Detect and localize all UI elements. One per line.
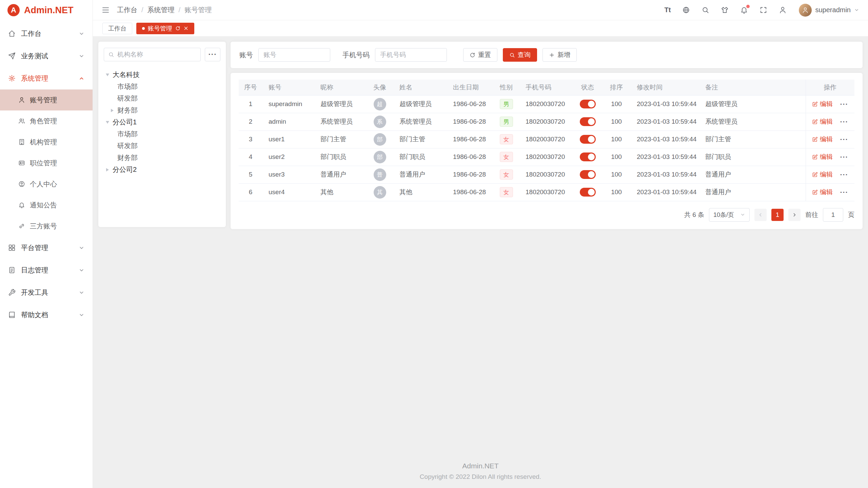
cell-phone: 18020030720 (519, 130, 573, 148)
table-row: 2 admin 系统管理员 系 系统管理员 1986-06-28 男 18020… (239, 113, 854, 130)
user-center-icon[interactable] (779, 6, 787, 14)
sidebar-item-third-party-account[interactable]: 三方账号 (0, 216, 93, 237)
top-bar: 工作台 / 系统管理 / 账号管理 Tt superadmin (93, 0, 868, 20)
caret-right-icon[interactable] (104, 167, 111, 173)
cell-nickname: 普通用户 (314, 166, 366, 183)
cell-modified: 2023-01-03 10:59:44 (631, 166, 699, 183)
tree-node-dept[interactable]: 财务部 (104, 152, 220, 164)
user-menu[interactable]: superadmin (799, 4, 859, 17)
cell-name: 系统管理员 (393, 113, 447, 130)
cell-account: user1 (262, 130, 314, 148)
phone-filter-input[interactable] (375, 48, 447, 62)
sidebar-item-org-management[interactable]: 机构管理 (0, 131, 93, 152)
notifications-button[interactable] (740, 6, 748, 14)
org-search-input[interactable] (104, 48, 201, 61)
tab-account-management[interactable]: 账号管理 (136, 23, 194, 34)
status-toggle[interactable] (580, 170, 596, 179)
col-actions: 操作 (806, 80, 854, 95)
table-row: 1 superadmin 超级管理员 超 超级管理员 1986-06-28 男 … (239, 95, 854, 113)
tree-node-dept[interactable]: 市场部 (104, 128, 220, 140)
phone-field[interactable] (380, 51, 442, 59)
edit-button[interactable]: 编辑 (812, 117, 833, 126)
edit-button[interactable]: 编辑 (812, 170, 833, 179)
sidebar-item-personal-center[interactable]: 个人中心 (0, 174, 93, 195)
status-toggle[interactable] (580, 188, 596, 197)
tab-workbench[interactable]: 工作台 (102, 23, 132, 34)
status-toggle[interactable] (580, 135, 596, 144)
cell-phone: 18020030720 (519, 166, 573, 183)
prev-page-button[interactable] (754, 209, 767, 221)
sidebar-item-help-docs[interactable]: 帮助文档 (0, 304, 93, 326)
more-actions-button[interactable]: ··· (840, 135, 848, 143)
more-actions-button[interactable]: ··· (840, 153, 848, 161)
org-name-field[interactable] (117, 51, 196, 58)
status-toggle[interactable] (580, 152, 596, 161)
edit-button[interactable]: 编辑 (812, 135, 833, 144)
goto-page-input[interactable] (823, 208, 843, 222)
sidebar-item-dev-tools[interactable]: 开发工具 (0, 281, 93, 304)
sidebar: A Admin.NET 工作台 业务测试 系统管理 账号管理 角色管理 (0, 0, 93, 488)
page-size-select[interactable]: 10条/页 (709, 208, 750, 222)
sidebar-item-position-management[interactable]: 职位管理 (0, 152, 93, 174)
tree-node-company[interactable]: 分公司2 (104, 164, 220, 176)
cell-avatar: 系 (366, 113, 393, 130)
collapse-menu-icon[interactable] (102, 6, 110, 14)
close-icon[interactable] (183, 26, 189, 31)
org-more-button[interactable]: ··· (205, 48, 220, 61)
account-filter-label: 账号 (239, 50, 253, 60)
theme-skin-icon[interactable] (721, 6, 729, 14)
cell-actions: 编辑 ··· (806, 113, 854, 130)
tree-node-dept[interactable]: 研发部 (104, 140, 220, 152)
caret-down-icon[interactable] (104, 119, 111, 125)
cell-modified: 2023-01-03 10:59:44 (631, 183, 699, 201)
tree-node-company[interactable]: 大名科技 (104, 69, 220, 81)
font-size-icon[interactable]: Tt (665, 6, 671, 14)
refresh-icon[interactable] (175, 26, 180, 31)
sidebar-item-label: 工作台 (21, 29, 41, 38)
caret-down-icon[interactable] (104, 72, 111, 78)
search-icon[interactable] (702, 6, 709, 14)
cell-remark: 部门职员 (699, 148, 806, 166)
account-field[interactable] (263, 51, 325, 59)
id-card-icon (18, 160, 25, 166)
sidebar-item-workbench[interactable]: 工作台 (0, 22, 93, 45)
sidebar-item-log-management[interactable]: 日志管理 (0, 259, 93, 281)
cell-phone: 18020030720 (519, 148, 573, 166)
tree-node-dept[interactable]: 研发部 (104, 93, 220, 104)
reset-button[interactable]: 重置 (463, 48, 497, 62)
caret-right-icon[interactable] (109, 107, 115, 114)
avatar: 其 (374, 186, 386, 199)
sidebar-item-business-test[interactable]: 业务测试 (0, 45, 93, 67)
sidebar-item-label: 通知公告 (30, 201, 57, 210)
sidebar-item-account-management[interactable]: 账号管理 (0, 89, 93, 110)
more-actions-button[interactable]: ··· (840, 118, 848, 125)
sidebar-item-platform-management[interactable]: 平台管理 (0, 237, 93, 259)
edit-icon (812, 154, 818, 160)
breadcrumb-item[interactable]: 工作台 (117, 5, 137, 15)
status-toggle[interactable] (580, 100, 596, 108)
edit-button[interactable]: 编辑 (812, 152, 833, 161)
more-actions-button[interactable]: ··· (840, 188, 848, 196)
sidebar-item-notice[interactable]: 通知公告 (0, 195, 93, 216)
sidebar-item-role-management[interactable]: 角色管理 (0, 110, 93, 131)
search-button[interactable]: 查询 (503, 48, 537, 62)
tree-node-company[interactable]: 分公司1 (104, 116, 220, 128)
fullscreen-icon[interactable] (760, 6, 767, 14)
language-icon[interactable] (682, 6, 690, 14)
tree-node-dept[interactable]: 市场部 (104, 81, 220, 93)
more-actions-button[interactable]: ··· (840, 100, 848, 108)
status-toggle[interactable] (580, 117, 596, 126)
sidebar-item-label: 系统管理 (21, 74, 48, 83)
more-actions-button[interactable]: ··· (840, 170, 848, 178)
add-button[interactable]: 新增 (542, 48, 577, 62)
edit-button[interactable]: 编辑 (812, 100, 833, 108)
tree-node-dept[interactable]: 财务部 (104, 104, 220, 116)
cell-gender: 男 (493, 113, 519, 130)
sidebar-item-system-management[interactable]: 系统管理 (0, 67, 93, 89)
breadcrumb-item[interactable]: 系统管理 (147, 5, 175, 15)
edit-button[interactable]: 编辑 (812, 188, 833, 197)
page-number-button[interactable]: 1 (771, 209, 784, 221)
next-page-button[interactable] (788, 209, 801, 221)
account-filter-input[interactable] (258, 48, 330, 62)
chevron-down-icon (79, 290, 84, 296)
